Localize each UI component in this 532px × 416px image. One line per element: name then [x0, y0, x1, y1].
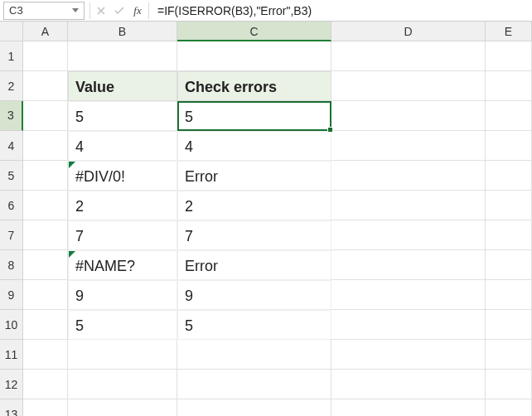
cell-A8[interactable]: [23, 250, 68, 280]
cell-D3[interactable]: [331, 101, 486, 131]
cell-E9[interactable]: [486, 280, 532, 310]
cell-D7[interactable]: [331, 220, 486, 250]
cell-B2[interactable]: Value: [68, 71, 177, 101]
cell-E6[interactable]: [486, 191, 532, 220]
cell-B8[interactable]: #NAME?: [68, 250, 177, 280]
cell-A4[interactable]: [23, 131, 68, 161]
cell-E2[interactable]: [486, 71, 532, 101]
row-header-7[interactable]: 7: [0, 220, 23, 250]
cell-C12[interactable]: [177, 370, 331, 399]
row-header-11[interactable]: 11: [0, 340, 23, 370]
cell-B3[interactable]: 5: [68, 101, 177, 131]
cell-E5[interactable]: [486, 161, 532, 191]
cell-D11[interactable]: [331, 340, 486, 370]
row-header-9[interactable]: 9: [0, 280, 23, 310]
cell-C10[interactable]: 5: [177, 310, 331, 340]
cell-A3[interactable]: [23, 101, 68, 131]
cell-A11[interactable]: [23, 340, 68, 370]
cell-C8[interactable]: Error: [177, 250, 331, 280]
row-header-8[interactable]: 8: [0, 250, 23, 280]
cell-E7[interactable]: [486, 220, 532, 250]
cell-E10[interactable]: [486, 310, 532, 340]
cell-B5[interactable]: #DIV/0!: [68, 161, 177, 191]
cell-D1[interactable]: [331, 41, 486, 71]
cell-B7[interactable]: 7: [68, 220, 177, 250]
cancel-formula-icon[interactable]: [94, 3, 109, 18]
cell-E12[interactable]: [486, 370, 532, 399]
cell-A1[interactable]: [23, 41, 68, 71]
cell-E11[interactable]: [486, 340, 532, 370]
cell-B6[interactable]: 2: [68, 191, 177, 220]
cell-B4[interactable]: 4: [68, 131, 177, 161]
formula-input[interactable]: =IF(ISERROR(B3),"Error",B3): [151, 4, 532, 17]
cell-A6[interactable]: [23, 191, 68, 220]
cell-C7[interactable]: 7: [177, 220, 331, 250]
row-header-1[interactable]: 1: [0, 41, 23, 71]
select-all-corner[interactable]: [0, 22, 23, 41]
row-header-5[interactable]: 5: [0, 161, 23, 191]
divider: [89, 2, 90, 19]
row-header-2[interactable]: 2: [0, 71, 23, 101]
row-header-6[interactable]: 6: [0, 191, 23, 220]
fx-icon[interactable]: fx: [130, 3, 145, 18]
row-headers: 1 2 3 4 5 6 7 8 9 10 11 12 13: [0, 41, 23, 416]
cell-A7[interactable]: [23, 220, 68, 250]
accept-formula-icon[interactable]: [112, 3, 127, 18]
cell-D4[interactable]: [331, 131, 486, 161]
col-header-C[interactable]: C: [177, 22, 331, 41]
cell-D10[interactable]: [331, 310, 486, 340]
name-box-value: C3: [9, 4, 23, 17]
cell-C1[interactable]: [177, 41, 331, 71]
cell-B11[interactable]: [68, 340, 177, 370]
col-header-D[interactable]: D: [331, 22, 486, 41]
row-header-12[interactable]: 12: [0, 370, 23, 399]
row-header-4[interactable]: 4: [0, 131, 23, 161]
cell-B12[interactable]: [68, 370, 177, 399]
cell-C13[interactable]: [177, 399, 331, 416]
cell-C5[interactable]: Error: [177, 161, 331, 191]
cell-B9[interactable]: 9: [68, 280, 177, 310]
cell-A13[interactable]: [23, 399, 68, 416]
cell-A12[interactable]: [23, 370, 68, 399]
col-header-A[interactable]: A: [23, 22, 68, 41]
cell-D2[interactable]: [331, 71, 486, 101]
cell-C3[interactable]: 5: [177, 101, 331, 131]
name-box[interactable]: C3: [3, 2, 85, 20]
row-header-13[interactable]: 13: [0, 399, 23, 416]
cell-D9[interactable]: [331, 280, 486, 310]
error-indicator-icon: [69, 251, 75, 258]
col-header-E[interactable]: E: [486, 22, 532, 41]
cell-D5[interactable]: [331, 161, 486, 191]
formula-bar: C3 fx =IF(ISERROR(B3),"Error",B3): [0, 0, 532, 22]
cell-C4[interactable]: 4: [177, 131, 331, 161]
cell-D12[interactable]: [331, 370, 486, 399]
cell-A10[interactable]: [23, 310, 68, 340]
error-indicator-icon: [69, 162, 75, 168]
cell-A2[interactable]: [23, 71, 68, 101]
cell-B13[interactable]: [68, 399, 177, 416]
column-headers: A B C D E: [23, 22, 532, 41]
cell-A9[interactable]: [23, 280, 68, 310]
cell-E8[interactable]: [486, 250, 532, 280]
cell-B1[interactable]: [68, 41, 177, 71]
row-header-10[interactable]: 10: [0, 310, 23, 340]
cell-C2[interactable]: Check errors: [177, 71, 331, 101]
cell-C11[interactable]: [177, 340, 331, 370]
cell-E13[interactable]: [486, 399, 532, 416]
row-header-3[interactable]: 3: [0, 101, 23, 131]
cells-area: Value Check errors 5 5 4 4 #DIV/0! Error: [23, 41, 532, 416]
cell-E1[interactable]: [486, 41, 532, 71]
cell-E4[interactable]: [486, 131, 532, 161]
cell-B10[interactable]: 5: [68, 310, 177, 340]
cell-D6[interactable]: [331, 191, 486, 220]
cell-C6[interactable]: 2: [177, 191, 331, 220]
cell-A5[interactable]: [23, 161, 68, 191]
cell-C9[interactable]: 9: [177, 280, 331, 310]
col-header-B[interactable]: B: [68, 22, 177, 41]
cell-D8[interactable]: [331, 250, 486, 280]
chevron-down-icon[interactable]: [72, 8, 79, 12]
cell-D13[interactable]: [331, 399, 486, 416]
cell-E3[interactable]: [486, 101, 532, 131]
divider: [148, 2, 149, 19]
